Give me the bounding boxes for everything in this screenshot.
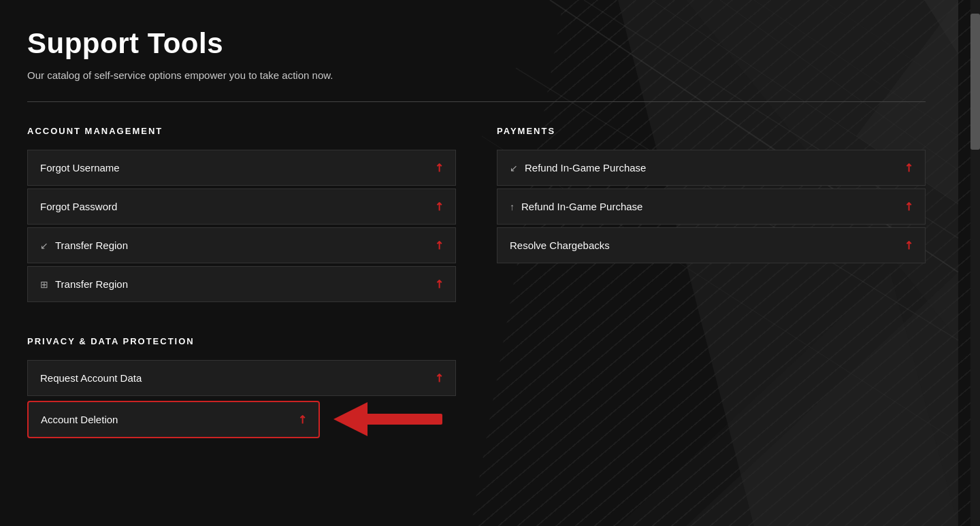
refund-2-icon: ↑	[510, 201, 514, 212]
account-management-column: ACCOUNT MANAGEMENT Forgot Username ↗ For…	[27, 126, 456, 302]
red-arrow-icon	[333, 399, 456, 440]
resolve-chargebacks-arrow-icon: ↗	[900, 237, 916, 253]
payments-header: PAYMENTS	[497, 126, 926, 136]
transfer-region-2-item[interactable]: ⊞ Transfer Region ↗	[27, 266, 456, 302]
page-content: Support Tools Our catalog of self-servic…	[0, 0, 953, 508]
forgot-password-arrow-icon: ↗	[431, 199, 446, 214]
page-title: Support Tools	[27, 27, 926, 60]
resolve-chargebacks-label: Resolve Chargebacks	[510, 240, 610, 251]
scrollbar-track[interactable]	[970, 0, 980, 526]
privacy-section: PRIVACY & DATA PROTECTION Request Accoun…	[27, 336, 926, 440]
refund-ingame-1-item[interactable]: ↙ Refund In-Game Purchase ↗	[497, 150, 926, 186]
refund-ingame-2-label: Refund In-Game Purchase	[521, 201, 642, 212]
forgot-username-label: Forgot Username	[40, 162, 120, 174]
request-account-data-arrow-icon: ↗	[431, 370, 446, 386]
scrollbar-thumb[interactable]	[970, 14, 980, 150]
refund-1-icon: ↙	[510, 163, 518, 174]
forgot-username-arrow-icon: ↗	[431, 160, 446, 176]
privacy-list: Request Account Data ↗ Account Deletion …	[27, 360, 456, 440]
refund-1-arrow-icon: ↗	[900, 160, 916, 176]
account-management-list: Forgot Username ↗ Forgot Password ↗ ↙ Tr…	[27, 150, 456, 302]
transfer-region-1-arrow-icon: ↗	[431, 237, 446, 253]
main-columns: ACCOUNT MANAGEMENT Forgot Username ↗ For…	[27, 126, 926, 302]
resolve-chargebacks-item[interactable]: Resolve Chargebacks ↗	[497, 227, 926, 263]
account-deletion-annotation: Account Deletion ↗	[27, 399, 456, 440]
svg-marker-15	[333, 402, 368, 436]
page-subtitle: Our catalog of self-service options empo…	[27, 69, 926, 81]
svg-rect-14	[361, 414, 442, 425]
transfer-region-1-icon: ↙	[40, 240, 48, 251]
forgot-password-label: Forgot Password	[40, 201, 117, 212]
forgot-username-item[interactable]: Forgot Username ↗	[27, 150, 456, 186]
transfer-region-1-label: Transfer Region	[55, 240, 128, 251]
transfer-region-2-label: Transfer Region	[55, 278, 128, 290]
payments-list: ↙ Refund In-Game Purchase ↗ ↑ Refund In-…	[497, 150, 926, 263]
account-deletion-item[interactable]: Account Deletion ↗	[27, 401, 320, 438]
request-account-data-label: Request Account Data	[40, 372, 142, 384]
account-deletion-label: Account Deletion	[41, 414, 118, 425]
transfer-region-2-icon: ⊞	[40, 279, 48, 290]
refund-ingame-2-item[interactable]: ↑ Refund In-Game Purchase ↗	[497, 188, 926, 225]
transfer-region-2-arrow-icon: ↗	[431, 276, 446, 292]
privacy-header: PRIVACY & DATA PROTECTION	[27, 336, 926, 346]
account-management-header: ACCOUNT MANAGEMENT	[27, 126, 456, 136]
refund-ingame-1-label: Refund In-Game Purchase	[525, 162, 646, 174]
account-deletion-arrow-icon: ↗	[294, 412, 310, 427]
transfer-region-1-item[interactable]: ↙ Transfer Region ↗	[27, 227, 456, 263]
request-account-data-item[interactable]: Request Account Data ↗	[27, 360, 456, 396]
section-divider	[27, 101, 926, 102]
refund-2-arrow-icon: ↗	[900, 199, 916, 214]
red-arrow-annotation	[333, 399, 456, 440]
forgot-password-item[interactable]: Forgot Password ↗	[27, 188, 456, 225]
payments-column: PAYMENTS ↙ Refund In-Game Purchase ↗ ↑ R…	[497, 126, 926, 302]
